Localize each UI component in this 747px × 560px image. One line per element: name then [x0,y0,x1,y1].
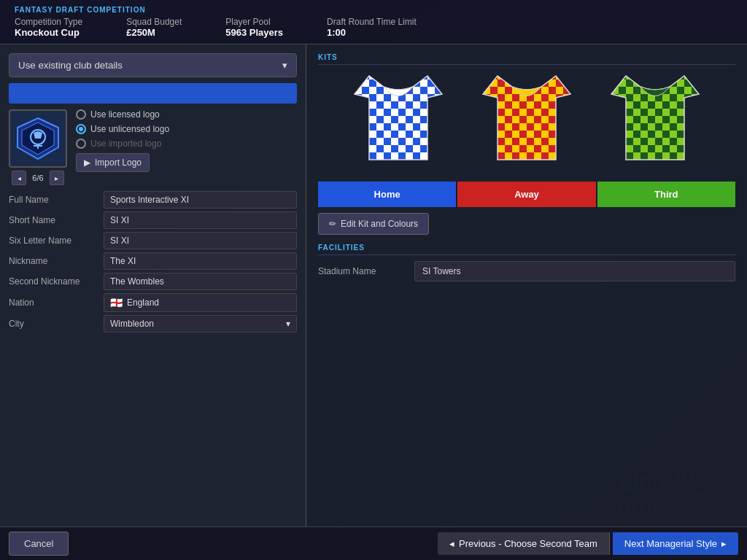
second-nickname-label: Second Nickname [9,276,104,287]
right-panel: KITS [306,44,747,526]
six-letter-name-row: Six Letter Name [9,232,297,249]
competition-type-label: Competition Type [15,17,82,27]
chevron-down-icon: ▾ [282,60,287,71]
city-chevron-icon: ▾ [286,319,290,329]
kits-row [318,65,735,182]
competition-type-group: Competition Type Knockout Cup [15,17,82,38]
unlicensed-logo-radio[interactable] [76,124,86,134]
draft-round-label: Draft Round Time Limit [327,17,417,27]
nickname-row: Nickname [9,252,297,270]
previous-button[interactable]: ◂ Previous - Choose Second Team [438,532,610,555]
edit-icon: ✏ [329,219,336,229]
short-name-label: Short Name [9,215,104,225]
competition-type-value: Knockout Cup [15,27,82,38]
full-name-input[interactable] [104,191,297,209]
prev-chevron-icon: ◂ [449,538,454,549]
import-icon: ▶ [84,158,90,168]
squad-budget-label: Squad Budget [126,17,182,27]
squad-budget-value: £250M [126,27,182,38]
club-badge-svg [16,117,60,160]
navigation-buttons: ◂ Previous - Choose Second Team Next Man… [438,532,738,555]
city-select[interactable]: Wimbledon ▾ [104,315,297,332]
edit-kit-button[interactable]: ✏ Edit Kit and Colours [318,213,429,235]
squad-budget-group: Squad Budget £250M [126,17,182,38]
nation-label: Nation [9,298,104,308]
player-pool-value: 5963 Players [225,27,283,38]
top-bar: FANTASY DRAFT COMPETITION Competition Ty… [0,0,747,44]
third-kit-button[interactable]: Third [597,182,735,207]
facilities-section: FACILITIES Stadium Name [318,244,735,281]
next-button[interactable]: Next Managerial Style ▸ [613,532,738,555]
england-flag-icon: 🏴󠁧󠁢󠁥󠁮󠁧󠁿 [110,297,123,308]
imported-logo-radio [76,139,86,149]
use-unlicensed-logo-option[interactable]: Use unlicensed logo [76,124,169,134]
left-panel: Use existing club details ▾ [0,44,306,526]
badge-next-button[interactable]: ▸ [50,171,64,185]
player-pool-group: Player Pool 5963 Players [225,17,283,38]
cancel-button[interactable]: Cancel [9,532,69,556]
third-kit-shirt [597,65,713,182]
city-row: City Wimbledon ▾ [9,315,297,332]
six-letter-name-input[interactable] [104,232,297,249]
city-label: City [9,319,104,329]
away-kit-shirt [468,65,585,182]
full-name-row: Full Name [9,191,297,209]
licensed-logo-radio[interactable] [76,109,86,120]
badge-navigation: ◂ 6/6 ▸ [12,171,63,185]
existing-club-dropdown[interactable]: Use existing club details ▾ [9,53,297,77]
club-badge-container: ◂ 6/6 ▸ [9,109,67,185]
next-chevron-icon: ▸ [721,538,727,549]
home-kit-button[interactable]: Home [318,182,456,207]
licensed-logo-label: Use licensed logo [90,109,160,120]
stadium-name-input[interactable] [414,261,735,281]
badge-prev-button[interactable]: ◂ [12,171,26,185]
second-nickname-input[interactable] [104,273,297,290]
nation-row: Nation 🏴󠁧󠁢󠁥󠁮󠁧󠁿 England [9,293,297,312]
kit-buttons: Home Away Third [318,182,735,207]
bottom-bar: Cancel ◂ Previous - Choose Second Team N… [0,526,747,560]
kits-section-label: KITS [318,53,735,65]
search-bar[interactable] [9,83,297,104]
use-imported-logo-option: Use imported logo [76,139,169,149]
player-pool-label: Player Pool [225,17,283,27]
short-name-input[interactable] [104,211,297,229]
short-name-row: Short Name [9,211,297,229]
stadium-row: Stadium Name [318,261,735,281]
kits-section: KITS [318,53,735,235]
import-logo-button[interactable]: ▶ Import Logo [76,153,150,172]
nation-input[interactable]: 🏴󠁧󠁢󠁥󠁮󠁧󠁿 England [104,293,297,312]
nickname-label: Nickname [9,256,104,266]
use-licensed-logo-option[interactable]: Use licensed logo [76,109,169,120]
club-badge [9,109,67,168]
club-form: Full Name Short Name Six Letter Name Nic… [9,191,297,332]
away-kit-button[interactable]: Away [457,182,595,207]
fantasy-draft-label: FANTASY DRAFT COMPETITION [15,6,732,14]
imported-logo-label: Use imported logo [90,139,161,149]
stadium-name-label: Stadium Name [318,266,406,276]
nickname-input[interactable] [104,252,297,270]
draft-round-group: Draft Round Time Limit 1:00 [327,17,417,38]
unlicensed-logo-label: Use unlicensed logo [90,124,169,134]
club-section: ◂ 6/6 ▸ Use licensed logo Use unlicensed… [9,109,297,185]
facilities-label: FACILITIES [318,244,735,255]
draft-round-value: 1:00 [327,27,417,38]
logo-options: Use licensed logo Use unlicensed logo Us… [76,109,169,172]
full-name-label: Full Name [9,195,104,205]
six-letter-name-label: Six Letter Name [9,236,104,246]
home-kit-shirt [340,65,457,182]
second-nickname-row: Second Nickname [9,273,297,290]
